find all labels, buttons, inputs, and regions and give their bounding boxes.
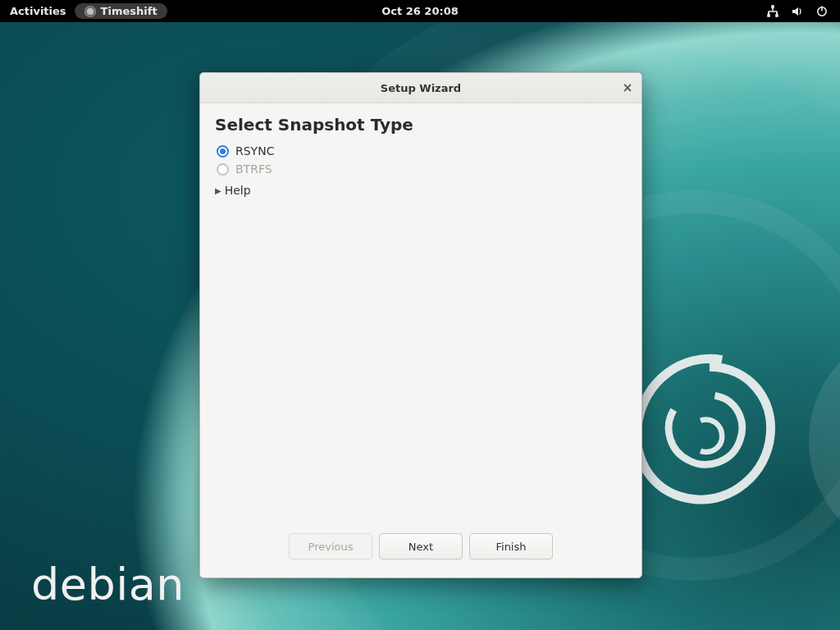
dialog-body: Select Snapshot Type RSYNC BTRFS ▶ Help xyxy=(200,103,641,523)
help-label: Help xyxy=(225,184,251,197)
svg-rect-5 xyxy=(775,14,778,17)
previous-button: Previous xyxy=(289,533,372,559)
activities-button[interactable]: Activities xyxy=(10,5,66,17)
clock[interactable]: Oct 26 20:08 xyxy=(381,5,459,17)
help-expander[interactable]: ▶ Help xyxy=(215,184,627,197)
dialog-title: Setup Wizard xyxy=(381,82,461,94)
active-app-pill[interactable]: Timeshift xyxy=(75,3,167,19)
system-status-area[interactable] xyxy=(766,5,840,18)
svg-rect-7 xyxy=(821,6,823,11)
dialog-footer: Previous Next Finish xyxy=(200,523,641,578)
expander-triangle-icon: ▶ xyxy=(215,186,221,195)
active-app-name: Timeshift xyxy=(101,5,158,17)
timeshift-app-icon xyxy=(84,6,96,17)
option-rsync[interactable]: RSYNC xyxy=(217,144,625,158)
desktop-background: Activities Timeshift Oct 26 20:08 xyxy=(0,0,840,630)
svg-rect-3 xyxy=(771,5,774,8)
setup-wizard-window: Setup Wizard × Select Snapshot Type RSYN… xyxy=(199,72,642,578)
radio-rsync[interactable] xyxy=(217,145,229,158)
option-btrfs: BTRFS xyxy=(217,162,625,176)
network-icon[interactable] xyxy=(766,5,779,18)
page-heading: Select Snapshot Type xyxy=(215,115,627,135)
gnome-top-bar: Activities Timeshift Oct 26 20:08 xyxy=(0,0,840,22)
debian-wordmark: debian xyxy=(31,559,185,610)
close-button[interactable]: × xyxy=(619,79,637,97)
close-icon: × xyxy=(623,80,633,95)
dialog-titlebar[interactable]: Setup Wizard × xyxy=(200,73,641,103)
volume-icon[interactable] xyxy=(791,5,804,18)
radio-rsync-label: RSYNC xyxy=(235,144,274,158)
svg-rect-4 xyxy=(767,14,770,17)
radio-btrfs xyxy=(217,163,229,176)
next-button[interactable]: Next xyxy=(379,533,463,559)
finish-button[interactable]: Finish xyxy=(469,533,553,559)
power-icon[interactable] xyxy=(815,5,829,18)
radio-btrfs-label: BTRFS xyxy=(235,162,272,176)
